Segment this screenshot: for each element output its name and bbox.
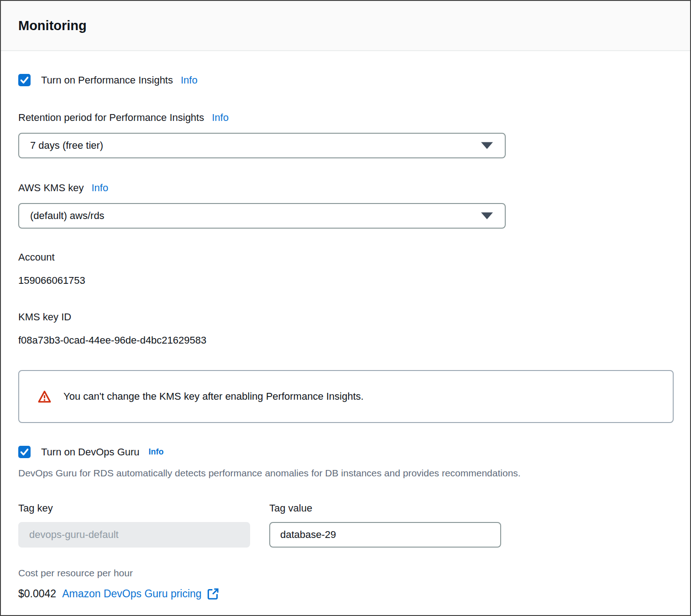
kms-warning-alert: You can't change the KMS key after enabl… [18,370,674,423]
page-title: Monitoring [18,18,87,33]
chevron-down-icon [481,213,493,219]
devops-guru-checkbox[interactable] [18,446,31,458]
cost-row: $0.0042 Amazon DevOps Guru pricing [18,588,673,600]
kms-key-label-row: AWS KMS key Info [18,182,673,194]
performance-insights-toggle-row: Turn on Performance Insights Info [18,74,673,86]
checkmark-icon [18,446,31,458]
account-field: Account 159066061753 [18,251,673,287]
performance-insights-checkbox-label: Turn on Performance Insights [41,74,173,86]
devops-guru-info-link[interactable]: Info [149,447,164,457]
tag-key-field: Tag key [18,502,250,548]
account-label: Account [18,251,673,263]
retention-period-selected-value: 7 days (free tier) [30,140,103,151]
kms-key-id-label: KMS key ID [18,311,673,323]
monitoring-panel: Monitoring Turn on Performance Insights … [0,0,691,616]
cost-amount: $0.0042 [18,588,56,600]
devops-guru-toggle-row: Turn on DevOps Guru Info [18,446,673,458]
chevron-down-icon [481,142,493,149]
retention-period-label-row: Retention period for Performance Insight… [18,112,673,124]
devops-guru-checkbox-label: Turn on DevOps Guru [41,446,140,458]
performance-insights-checkbox[interactable] [18,74,31,86]
checkmark-icon [18,74,31,86]
tag-value-label: Tag value [269,502,501,514]
panel-header: Monitoring [1,1,690,51]
devops-guru-description: DevOps Guru for RDS automatically detect… [18,468,673,479]
warning-triangle-icon [37,389,52,404]
kms-key-label: AWS KMS key [18,182,84,194]
retention-period-select[interactable]: 7 days (free tier) [18,133,506,158]
account-value: 159066061753 [18,275,673,287]
kms-key-info-link[interactable]: Info [91,182,108,194]
tag-value-input[interactable] [269,522,501,548]
tag-key-label: Tag key [18,502,250,514]
cost-per-resource-label: Cost per resource per hour [18,568,673,579]
performance-insights-info-link[interactable]: Info [181,74,198,86]
devops-guru-pricing-link[interactable]: Amazon DevOps Guru pricing [62,588,219,600]
kms-key-selected-value: (default) aws/rds [30,210,105,222]
retention-period-label: Retention period for Performance Insight… [18,112,204,124]
tag-fields-row: Tag key Tag value [18,502,673,548]
tag-key-input [18,522,250,548]
devops-guru-pricing-link-label: Amazon DevOps Guru pricing [62,588,202,600]
retention-period-info-link[interactable]: Info [212,112,229,124]
kms-key-id-value: f08a73b3-0cad-44ee-96de-d4bc21629583 [18,334,673,346]
panel-content: Turn on Performance Insights Info Retent… [1,74,690,600]
kms-warning-text: You can't change the KMS key after enabl… [63,391,364,402]
external-link-icon [207,588,219,600]
tag-value-field: Tag value [269,502,501,548]
kms-key-select[interactable]: (default) aws/rds [18,203,506,229]
kms-key-id-field: KMS key ID f08a73b3-0cad-44ee-96de-d4bc2… [18,311,673,346]
